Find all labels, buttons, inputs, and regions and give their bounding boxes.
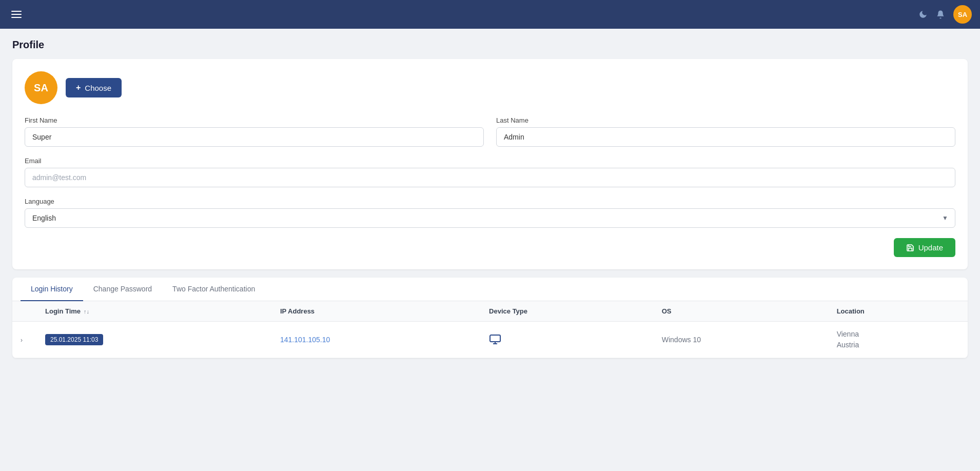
login-history-table: Login Time ↑↓ IP Address Device Type OS — [12, 301, 968, 358]
login-history-table-container: Login Time ↑↓ IP Address Device Type OS — [12, 301, 968, 358]
tab-login-history[interactable]: Login History — [21, 278, 83, 301]
th-os-label: OS — [662, 307, 672, 315]
os-value: Windows 10 — [662, 336, 701, 344]
header-row: Login Time ↑↓ IP Address Device Type OS — [12, 301, 968, 322]
expand-row-icon[interactable]: › — [21, 337, 23, 344]
dark-mode-button[interactable] — [918, 10, 928, 19]
th-expand — [12, 301, 37, 322]
location-value: Vienna Austria — [837, 329, 959, 350]
email-label: Email — [25, 157, 955, 165]
sort-icon: ↑↓ — [84, 308, 89, 315]
name-row: First Name Last Name — [25, 116, 955, 147]
hamburger-line — [11, 11, 22, 12]
first-name-label: First Name — [25, 116, 484, 124]
expand-cell: › — [12, 322, 37, 358]
table-header: Login Time ↑↓ IP Address Device Type OS — [12, 301, 968, 322]
tab-login-history-label: Login History — [31, 285, 73, 293]
plus-icon: + — [76, 83, 81, 92]
topnav-left — [8, 8, 25, 21]
avatar-section: SA + Choose — [25, 71, 955, 104]
th-device-type-label: Device Type — [489, 307, 527, 315]
language-select[interactable]: English German French Spanish — [25, 208, 955, 228]
tab-change-password-label: Change Password — [93, 285, 152, 293]
device-type-cell — [481, 322, 654, 358]
profile-avatar-initials: SA — [34, 82, 48, 94]
tab-two-factor-auth-label: Two Factor Authentication — [172, 285, 255, 293]
profile-card: SA + Choose First Name Last Name Email — [12, 59, 968, 269]
th-location-label: Location — [837, 307, 865, 315]
update-button[interactable]: Update — [894, 238, 955, 257]
th-ip-address-label: IP Address — [280, 307, 315, 315]
ip-address-cell: 141.101.105.10 — [272, 322, 481, 358]
choose-photo-button[interactable]: + Choose — [66, 78, 122, 97]
last-name-label: Last Name — [496, 116, 955, 124]
th-location: Location — [829, 301, 968, 322]
first-name-input[interactable] — [25, 127, 484, 147]
hamburger-line — [11, 14, 22, 15]
avatar-initials: SA — [958, 11, 967, 18]
tab-two-factor-auth[interactable]: Two Factor Authentication — [162, 278, 265, 301]
hamburger-line — [11, 17, 22, 18]
th-login-time-label: Login Time — [45, 307, 81, 315]
profile-avatar: SA — [25, 71, 57, 104]
page-container: Profile SA + Choose First Name Last Name — [0, 29, 980, 368]
language-label: Language — [25, 198, 955, 205]
table-row: › 25.01.2025 11:03 141.101.105.10 — [12, 322, 968, 358]
login-time-cell: 25.01.2025 11:03 — [37, 322, 272, 358]
language-group: Language English German French Spanish ▼ — [25, 198, 955, 228]
user-avatar[interactable]: SA — [953, 5, 972, 24]
th-device-type: Device Type — [481, 301, 654, 322]
email-input[interactable] — [25, 168, 955, 187]
notifications-button[interactable] — [936, 10, 945, 19]
th-os: OS — [654, 301, 829, 322]
last-name-input[interactable] — [496, 127, 955, 147]
first-name-group: First Name — [25, 116, 484, 147]
location-city: Vienna — [837, 329, 959, 340]
os-cell: Windows 10 — [654, 322, 829, 358]
update-row: Update — [25, 238, 955, 257]
login-time-badge: 25.01.2025 11:03 — [45, 334, 103, 345]
location-cell: Vienna Austria — [829, 322, 968, 358]
page-title: Profile — [12, 39, 968, 51]
language-select-wrapper: English German French Spanish ▼ — [25, 208, 955, 228]
location-country: Austria — [837, 340, 959, 350]
email-group: Email — [25, 157, 955, 187]
bell-icon — [936, 10, 945, 19]
choose-button-label: Choose — [85, 84, 111, 92]
hamburger-button[interactable] — [8, 8, 25, 21]
save-icon — [906, 244, 914, 252]
update-button-label: Update — [918, 243, 943, 252]
table-body: › 25.01.2025 11:03 141.101.105.10 — [12, 322, 968, 358]
ip-address-link[interactable]: 141.101.105.10 — [280, 336, 330, 344]
moon-icon — [918, 10, 928, 19]
top-navigation: SA — [0, 0, 980, 29]
th-ip-address: IP Address — [272, 301, 481, 322]
tabs-section: Login History Change Password Two Factor… — [12, 278, 968, 358]
tab-change-password[interactable]: Change Password — [83, 278, 162, 301]
desktop-icon — [489, 334, 501, 344]
topnav-right: SA — [918, 5, 972, 24]
th-login-time[interactable]: Login Time ↑↓ — [37, 301, 272, 322]
last-name-group: Last Name — [496, 116, 955, 147]
tabs-header: Login History Change Password Two Factor… — [12, 278, 968, 301]
svg-rect-0 — [490, 335, 500, 342]
